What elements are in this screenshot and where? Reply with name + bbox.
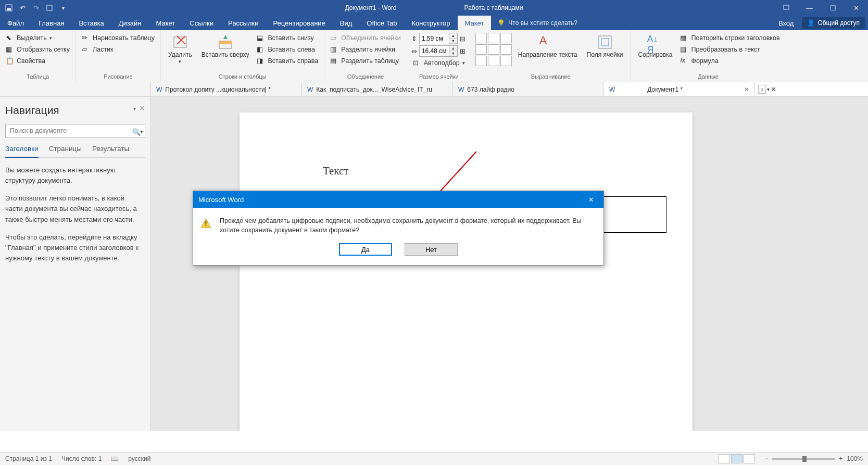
margins-icon [597, 34, 613, 51]
warning-icon: ! [200, 216, 211, 231]
tab-tbl-design[interactable]: Конструктор [404, 16, 457, 30]
tab-home[interactable]: Главная [31, 16, 71, 30]
share-button[interactable]: 👤 Общий доступ [802, 17, 865, 29]
web-layout-icon[interactable] [744, 454, 755, 463]
doc-tab-4[interactable]: WДокумент1 *✕ [604, 82, 755, 96]
svg-rect-2 [47, 5, 52, 10]
nav-close-icon[interactable]: ✕ [139, 104, 145, 112]
doc-tab-2[interactable]: WКак_подписать_док..._WiseAdvice_IT_ru [302, 82, 453, 96]
svg-rect-10 [601, 39, 609, 46]
convert-text-button[interactable]: ▤Преобразовать в текст [678, 44, 781, 55]
cell-margins-button[interactable]: Поля ячейки [584, 33, 626, 60]
text-direction-button[interactable]: A Направление текста [515, 33, 581, 60]
close-icon[interactable]: ✕ [845, 0, 868, 16]
status-words[interactable]: Число слов: 1 [61, 455, 102, 462]
nav-tab-headings[interactable]: Заголовки [5, 143, 39, 158]
nav-tab-pages[interactable]: Страницы [49, 143, 82, 157]
select-button[interactable]: ⬉Выделить▾ [4, 33, 71, 43]
zoom-out-button[interactable]: − [764, 455, 768, 462]
nav-search-input[interactable] [5, 124, 145, 137]
sort-button[interactable]: A↓Я Сортировка [635, 33, 676, 60]
tab-close-icon[interactable]: ✕ [771, 85, 776, 93]
status-bar: Страница 1 из 1 Число слов: 1 📖 русский … [0, 452, 868, 465]
insert-right-button[interactable]: ◨Вставить справа [255, 56, 320, 66]
properties-button[interactable]: 📋Свойства [4, 56, 71, 66]
ribbon-options-icon[interactable] [774, 0, 798, 16]
dialog: Microsoft Word ✕ ! Прежде чем добавлять … [193, 191, 604, 266]
doc-tab-1[interactable]: WПротокол допиту ...кциональности] * [151, 82, 302, 96]
text-direction-icon: A [539, 34, 556, 51]
status-lang[interactable]: русский [128, 455, 150, 462]
tab-refs[interactable]: Ссылки [182, 16, 221, 30]
search-icon[interactable]: 🔍▾ [132, 126, 143, 137]
merge-cells-button[interactable]: ▭Объединить ячейки [329, 33, 402, 43]
tab-review[interactable]: Рецензирование [266, 16, 332, 30]
tab-view[interactable]: Вид [333, 16, 360, 30]
nav-tab-results[interactable]: Результаты [92, 143, 129, 157]
nav-dropdown-icon[interactable]: ▾ [133, 106, 136, 111]
autofit-button[interactable]: ⊡Автоподбор▾ [411, 58, 467, 68]
doc-tab-3[interactable]: W673 лайф радио [453, 82, 604, 96]
zoom-slider[interactable] [772, 458, 835, 460]
tell-me-search[interactable]: 💡 Что вы хотите сделать? [491, 16, 584, 30]
draw-table-button[interactable]: ✏Нарисовать таблицу [80, 33, 156, 43]
word-doc-icon: W [458, 86, 464, 93]
document-page[interactable]: Текст [240, 112, 693, 431]
split-table-button[interactable]: ▤Разделить таблицу [329, 56, 402, 66]
group-data-label: Данные [635, 72, 782, 81]
show-grid-button[interactable]: ▦Отобразить сетку [4, 44, 71, 55]
zoom-level[interactable]: 100% [847, 455, 863, 462]
insert-above-button[interactable]: Вставить сверху [198, 33, 253, 60]
touch-mode-icon[interactable] [45, 3, 54, 12]
signin-link[interactable]: Вход [772, 19, 800, 27]
repeat-headers-button[interactable]: ▦Повторить строки заголовков [678, 33, 781, 43]
document-text[interactable]: Текст [323, 165, 609, 178]
dialog-yes-button[interactable]: Да [339, 243, 392, 256]
new-tab-icon[interactable]: ▫ [758, 85, 766, 94]
qat-dropdown-icon[interactable]: ▾ [58, 3, 68, 12]
status-page[interactable]: Страница 1 из 1 [5, 455, 52, 462]
insert-left-button[interactable]: ◧Вставить слева [255, 44, 320, 55]
tab-mail[interactable]: Рассылки [221, 16, 266, 30]
tab-dropdown-icon[interactable]: ▾ [767, 86, 770, 92]
tab-office[interactable]: Office Tab [359, 16, 404, 30]
lightbulb-icon: 💡 [497, 19, 505, 27]
minimize-icon[interactable]: — [798, 0, 821, 16]
formula-button[interactable]: fxФормула [678, 56, 781, 66]
eraser-button[interactable]: ▱Ластик [80, 44, 156, 55]
tab-tbl-layout[interactable]: Макет [458, 16, 492, 30]
delete-button[interactable]: Удалить▾ [165, 33, 195, 65]
save-icon[interactable] [4, 3, 14, 12]
insert-below-button[interactable]: ⬓Вставить снизу [255, 33, 320, 43]
print-layout-icon[interactable] [731, 454, 743, 463]
split-cells-button[interactable]: ▥Разделить ячейки [329, 44, 402, 55]
cursor-icon: ⬉ [6, 34, 14, 42]
col-width-input[interactable]: ▲▼ [419, 45, 458, 57]
convert-icon: ▤ [680, 45, 688, 54]
distribute-cols-icon[interactable]: ⊞ [460, 47, 466, 55]
maximize-icon[interactable]: ☐ [821, 0, 845, 16]
tab-design[interactable]: Дизайн [111, 16, 149, 30]
tab-layout[interactable]: Макет [148, 16, 182, 30]
close-tab-icon[interactable]: ✕ [744, 86, 749, 93]
alignment-grid[interactable] [475, 33, 512, 66]
document-canvas[interactable]: Текст Microsoft Word ✕ ! Прежде чем доба… [151, 97, 868, 431]
word-doc-icon: W [307, 86, 313, 93]
merge-icon: ▭ [330, 34, 338, 42]
redo-icon[interactable]: ↷ [31, 3, 41, 12]
read-mode-icon[interactable] [719, 454, 730, 463]
tab-insert[interactable]: Вставка [71, 16, 111, 30]
dialog-no-button[interactable]: Нет [405, 243, 458, 256]
insert-left-icon: ◧ [257, 45, 265, 54]
distribute-rows-icon[interactable]: ⊟ [460, 35, 466, 43]
ribbon: ⬉Выделить▾ ▦Отобразить сетку 📋Свойства Т… [0, 30, 868, 82]
insert-below-icon: ⬓ [257, 34, 265, 42]
zoom-in-button[interactable]: + [839, 455, 842, 462]
tab-file[interactable]: Файл [0, 16, 31, 30]
undo-icon[interactable]: ↶ [18, 3, 27, 12]
row-height-input[interactable]: ▲▼ [419, 33, 458, 44]
spellcheck-icon[interactable]: 📖 [111, 455, 119, 462]
row-height-icon: ⇕ [411, 35, 417, 43]
dialog-close-button[interactable]: ✕ [584, 194, 598, 205]
pencil-icon: ✏ [82, 34, 90, 42]
